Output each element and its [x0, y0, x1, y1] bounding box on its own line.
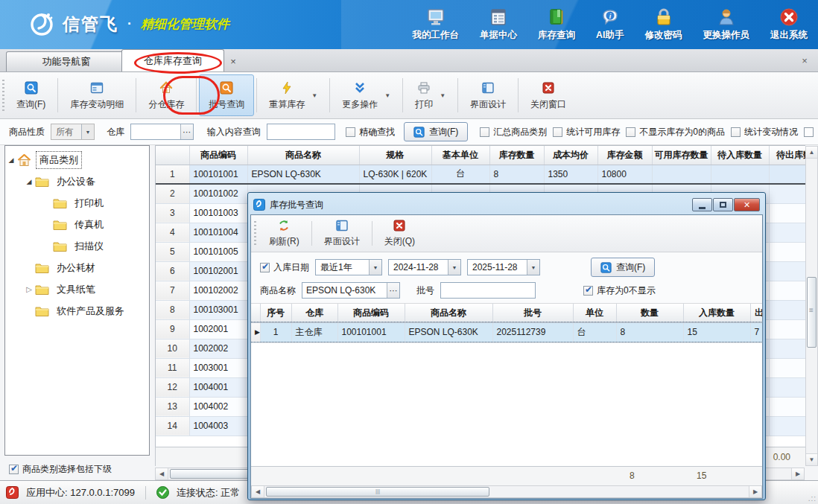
- header-batch-unit[interactable]: 单位: [573, 304, 616, 322]
- tree-item[interactable]: 文具纸笔: [5, 278, 149, 300]
- header-pending-in[interactable]: 待入库数量: [711, 146, 769, 165]
- product-nature-select[interactable]: 所有 ▼: [51, 124, 95, 140]
- scroll-down-icon[interactable]: ▼: [806, 453, 817, 465]
- header-batch-no[interactable]: 批号: [492, 304, 573, 322]
- batch-input[interactable]: [440, 282, 536, 299]
- tree-expander-icon[interactable]: [23, 178, 35, 185]
- batch-query-button[interactable]: 批号查询: [199, 74, 254, 116]
- menu-exit-system[interactable]: 退出系统: [767, 6, 811, 43]
- ellipsis-picker-icon[interactable]: ⋯: [387, 283, 399, 298]
- header-amount[interactable]: 库存金额: [597, 146, 652, 165]
- query-button[interactable]: 查询(F): [7, 74, 55, 116]
- header-warehouse[interactable]: 仓库: [291, 304, 337, 322]
- scroll-left-icon[interactable]: ◀: [156, 468, 168, 479]
- header-name[interactable]: 商品名称: [247, 146, 359, 165]
- recalc-stock-button[interactable]: 重算库存 ▼: [259, 74, 327, 116]
- panel-close-icon[interactable]: ×: [799, 54, 811, 66]
- scroll-right-icon[interactable]: ▶: [749, 486, 761, 497]
- tree-item[interactable]: 传真机: [5, 214, 149, 235]
- menu-change-password[interactable]: 修改密码: [642, 6, 685, 43]
- menu-ai-assistant[interactable]: i AI助手: [593, 6, 627, 43]
- content-query-input[interactable]: [267, 124, 335, 140]
- date-to-select[interactable]: 2025-11-28 ▼: [467, 259, 540, 275]
- summarize-category-checkbox[interactable]: 汇总商品类别: [480, 126, 547, 138]
- header-batch-name[interactable]: 商品名称: [405, 304, 492, 322]
- date-from-select[interactable]: 2024-11-28 ▼: [388, 259, 461, 275]
- header-spec[interactable]: 规格: [359, 146, 431, 165]
- tab-nav-window[interactable]: 功能导航窗: [6, 51, 127, 71]
- scrollbar-thumb[interactable]: [266, 487, 489, 497]
- dialog-horizontal-scrollbar[interactable]: ◀ ▶: [251, 485, 762, 498]
- stat-available-checkbox[interactable]: 统计可用库存: [553, 126, 620, 138]
- scroll-right-icon[interactable]: ▶: [791, 468, 804, 479]
- tree-expander-icon[interactable]: [5, 156, 17, 164]
- tree-item[interactable]: 软件产品及服务: [5, 300, 149, 322]
- scroll-up-icon[interactable]: ▲: [806, 147, 817, 159]
- tree-item[interactable]: 扫描仪: [5, 235, 149, 257]
- chevron-down-icon[interactable]: ▼: [311, 92, 317, 99]
- header-in-qty[interactable]: 入库数量: [683, 304, 750, 322]
- ui-design-button[interactable]: 界面设计: [460, 74, 516, 116]
- header-unit[interactable]: 基本单位: [431, 146, 489, 165]
- exact-search-checkbox[interactable]: 精确查找: [346, 126, 395, 138]
- tab-close-icon[interactable]: ×: [227, 55, 239, 67]
- header-cost[interactable]: 成本均价: [544, 146, 597, 165]
- header-out-qty[interactable]: 出库数量: [750, 304, 762, 322]
- main-vertical-scrollbar[interactable]: ▲ ▼: [805, 146, 818, 466]
- stock-change-detail-button[interactable]: 库存变动明细: [60, 74, 133, 116]
- date-filter-checkbox[interactable]: 入库日期: [260, 261, 309, 274]
- dialog-query-button[interactable]: 查询(F): [591, 258, 655, 277]
- header-qty[interactable]: 库存数量: [489, 146, 544, 165]
- resize-grip[interactable]: .::: [808, 494, 817, 503]
- hide-zero-stock-checkbox[interactable]: 不显示库存为0的商品: [626, 126, 725, 138]
- tree-expander-icon[interactable]: [23, 285, 35, 293]
- maximize-button[interactable]: [713, 198, 733, 211]
- header-rownum[interactable]: [156, 146, 189, 165]
- tree-root-category[interactable]: 商品类别: [5, 149, 149, 170]
- dialog-close-button[interactable]: ✕: [734, 198, 760, 211]
- chevron-down-icon[interactable]: ▼: [369, 260, 381, 275]
- dialog-ui-design-button[interactable]: 界面设计: [314, 217, 370, 249]
- scrollbar-thumb[interactable]: [807, 277, 817, 348]
- header-seq[interactable]: 序号: [260, 304, 291, 322]
- header-avail[interactable]: 可用库存数量: [652, 146, 711, 165]
- header-batch-code[interactable]: 商品编码: [337, 304, 405, 322]
- header-code[interactable]: 商品编码: [189, 146, 247, 165]
- chevron-down-icon[interactable]: ▼: [440, 92, 446, 99]
- header-pending-out[interactable]: 待出库数量: [769, 146, 805, 165]
- warehouse-stock-button[interactable]: 分仓库存: [139, 74, 194, 116]
- print-button[interactable]: 打印 ▼: [405, 74, 455, 116]
- stat-change-checkbox[interactable]: 统计变动情况: [731, 126, 798, 138]
- menu-inventory-query[interactable]: 库存查询: [535, 6, 578, 43]
- menu-doc-center[interactable]: 单据中心: [477, 6, 520, 43]
- refresh-button[interactable]: 刷新(R): [259, 217, 309, 249]
- table-row[interactable]: 1 100101001 EPSON LQ-630K LQ-630K | 620K…: [156, 165, 805, 184]
- ellipsis-picker-icon[interactable]: ⋯: [180, 124, 193, 139]
- menu-workbench[interactable]: 我的工作台: [410, 6, 463, 43]
- include-sublevel-checkbox[interactable]: 商品类别选择包括下级: [9, 463, 112, 476]
- minimize-button[interactable]: [692, 198, 712, 211]
- chevron-down-icon[interactable]: ▼: [384, 92, 390, 99]
- cutoff-checkbox[interactable]: [804, 127, 814, 137]
- search-blue-icon: [600, 262, 612, 273]
- header-batch-qty[interactable]: 数量: [616, 304, 683, 322]
- tree-item[interactable]: 办公耗材: [5, 257, 149, 278]
- chevron-down-icon[interactable]: ▼: [527, 260, 539, 275]
- product-name-input[interactable]: EPSON LQ-630K ⋯: [302, 282, 400, 299]
- warehouse-input[interactable]: ⋯: [130, 124, 194, 140]
- chevron-down-icon[interactable]: ▼: [448, 260, 460, 275]
- menu-switch-operator[interactable]: 更换操作员: [700, 6, 753, 43]
- dialog-hide-zero-checkbox[interactable]: 库存为0不显示: [583, 284, 656, 297]
- batch-table-row[interactable]: 1 主仓库 100101001 EPSON LQ-630K 2025112739…: [251, 322, 762, 342]
- close-window-button[interactable]: 关闭窗口: [521, 74, 576, 116]
- chevron-down-icon[interactable]: ▼: [81, 124, 94, 139]
- date-preset-select[interactable]: 最近1年 ▼: [315, 259, 382, 275]
- dialog-titlebar[interactable]: 库存批号查询 ✕: [250, 195, 763, 214]
- more-actions-button[interactable]: 更多操作 ▼: [332, 74, 400, 116]
- dialog-close-toolbar-button[interactable]: 关闭(Q): [375, 217, 425, 249]
- filter-query-button[interactable]: 查询(F): [404, 122, 468, 141]
- tab-warehouse-stock-query[interactable]: 仓库库存查询: [121, 49, 224, 71]
- tree-item[interactable]: 办公设备: [5, 170, 149, 192]
- scroll-left-icon[interactable]: ◀: [252, 486, 264, 497]
- tree-item[interactable]: 打印机: [5, 192, 149, 214]
